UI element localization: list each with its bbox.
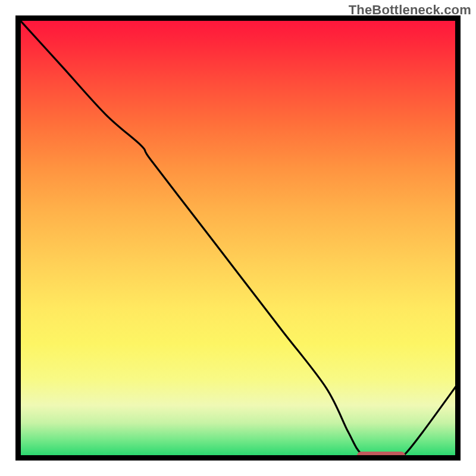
watermark-text: TheBottleneck.com [349, 2, 471, 18]
optimal-range-marker [357, 452, 405, 460]
chart-frame: TheBottleneck.com [0, 0, 476, 476]
chart-gradient-background [18, 18, 458, 458]
